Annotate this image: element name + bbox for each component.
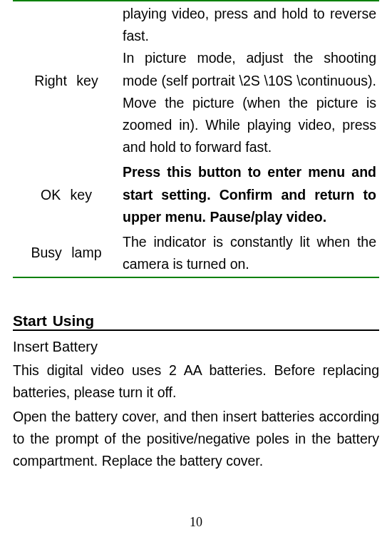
key-desc-busy: The indicator is constantly lit when the… <box>120 230 379 277</box>
page-number: 10 <box>0 515 392 530</box>
key-label-right: Right key <box>13 1 120 160</box>
key-desc-right: In picture mode, adjust the shooting mod… <box>120 47 379 160</box>
table-row: OK key Press this button to enter menu a… <box>13 160 379 230</box>
table-row: Busy lamp The indicator is constantly li… <box>13 230 379 277</box>
body-paragraph: This digital video uses 2 AA batteries. … <box>13 359 379 404</box>
section-heading-start-using: Start Using <box>13 312 379 331</box>
key-function-table: Right key playing video, press and hold … <box>13 1 379 277</box>
key-function-table-wrapper: Right key playing video, press and hold … <box>13 0 379 278</box>
key-desc-ok: Press this button to enter menu and star… <box>120 160 379 230</box>
key-label-busy: Busy lamp <box>13 230 120 277</box>
body-paragraph: Open the battery cover, and then insert … <box>13 406 379 473</box>
subheading-insert-battery: Insert Battery <box>13 335 379 358</box>
table-row: Right key playing video, press and hold … <box>13 1 379 47</box>
key-label-ok: OK key <box>13 160 120 230</box>
prev-row-fragment: playing video, press and hold to reverse… <box>120 1 379 47</box>
